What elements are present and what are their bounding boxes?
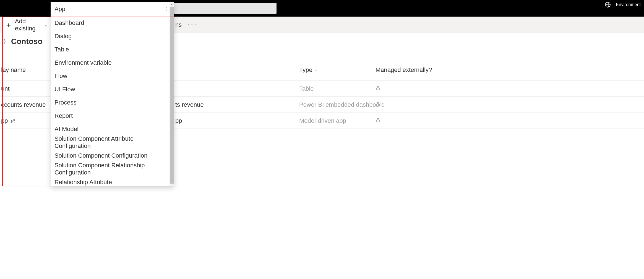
menu-item-ui-flow[interactable]: UI Flow [51, 83, 174, 96]
row-name-fragment: ts revenue [175, 101, 204, 108]
menu-item-label: Report [54, 112, 73, 119]
row-name-fragment: pp [175, 117, 182, 124]
solution-breadcrumb[interactable]: 〉 Contoso [3, 37, 43, 46]
lock-icon [376, 85, 380, 92]
menu-item-process[interactable]: Process [51, 96, 174, 109]
add-existing-label: Add existing [15, 18, 41, 32]
menu-item-table[interactable]: Table [51, 43, 174, 56]
command-bar-text-fragment: ns [175, 21, 182, 28]
open-external-icon[interactable] [11, 118, 15, 123]
column-header-display-name[interactable]: lay name ⌄ [1, 66, 31, 74]
lock-icon [376, 117, 380, 124]
menu-item-environment-variable[interactable]: Environment variable [51, 56, 174, 69]
column-header-managed-externally[interactable]: Managed externally? [376, 66, 432, 74]
menu-item-label: App [54, 6, 65, 13]
row-display-name-fragment: pp [1, 117, 15, 124]
menu-item-dialog[interactable]: Dialog [51, 30, 174, 43]
menu-item-ai-model[interactable]: AI Model [51, 122, 174, 136]
row-display-name-fragment: ccounts revenue [1, 101, 46, 108]
menu-item-label: Flow [54, 72, 67, 80]
add-existing-dropdown: App〉DashboardDialogTableEnvironment vari… [51, 2, 174, 186]
row-display-name-fragment: unt [1, 85, 10, 92]
chevron-down-icon: ⌄ [44, 22, 48, 28]
svg-rect-5 [377, 120, 380, 122]
menu-item-solution-component-configuration[interactable]: Solution Component Configuration [51, 149, 174, 162]
lock-icon [376, 101, 380, 108]
row-type: Power BI embedded dashboard [299, 101, 385, 108]
menu-item-solution-component-attribute-configuration[interactable]: Solution Component Attribute Configurati… [51, 136, 174, 149]
menu-item-label: Solution Component Configuration [54, 152, 147, 159]
menu-item-dashboard[interactable]: Dashboard [51, 16, 174, 30]
add-existing-button[interactable]: ＋ Add existing ⌄ [2, 17, 51, 33]
menu-item-label: Table [54, 46, 69, 53]
svg-rect-3 [377, 88, 380, 90]
menu-item-report[interactable]: Report [51, 109, 174, 122]
globe-icon[interactable] [605, 2, 611, 8]
menu-item-label: AI Model [54, 126, 79, 133]
row-type: Model-driven app [299, 117, 346, 124]
menu-item-label: Process [54, 99, 76, 106]
menu-item-label: Solution Component Attribute Configurati… [54, 135, 170, 150]
chevron-right-icon: 〉 [3, 38, 9, 45]
add-existing-wrap: ＋ Add existing ⌄ [2, 17, 51, 33]
command-bar-fragment: ns ··· [175, 21, 197, 28]
chevron-down-icon: ⌄ [28, 68, 31, 72]
menu-item-label: Dialog [54, 33, 72, 40]
svg-rect-4 [377, 104, 380, 106]
more-commands-button[interactable]: ··· [188, 20, 197, 27]
dropdown-scrollbar[interactable]: ▲ [170, 2, 174, 186]
menu-item-label: Solution Component Relationship Configur… [54, 162, 170, 176]
solution-name: Contoso [11, 37, 43, 46]
plus-icon: ＋ [5, 20, 12, 30]
menu-item-label: UI Flow [54, 86, 75, 93]
row-type: Table [299, 85, 314, 92]
chevron-down-icon: ⌄ [315, 68, 318, 72]
topbar-right: Environment [605, 2, 641, 8]
menu-item-solution-component-relationship-configuration[interactable]: Solution Component Relationship Configur… [51, 162, 174, 176]
column-header-type[interactable]: Type ⌄ [299, 66, 318, 74]
menu-item-label: Environment variable [54, 59, 112, 66]
menu-item-label: Dashboard [54, 19, 84, 27]
menu-item-app[interactable]: App〉 [51, 2, 174, 16]
menu-item-label: Relationship Attribute [54, 179, 112, 186]
menu-item-flow[interactable]: Flow [51, 69, 174, 83]
search-box[interactable] [174, 3, 277, 14]
scrollbar-thumb[interactable] [170, 7, 174, 184]
scrollbar-up-arrow-icon[interactable]: ▲ [170, 2, 174, 7]
environment-label[interactable]: Environment [616, 2, 641, 7]
menu-item-relationship-attribute[interactable]: Relationship Attribute [51, 176, 174, 186]
